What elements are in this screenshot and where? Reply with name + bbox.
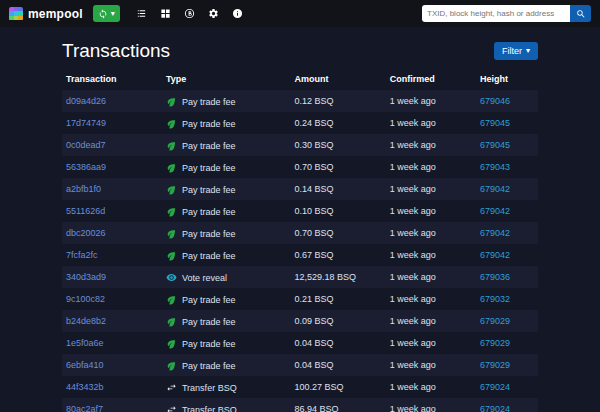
list-icon bbox=[136, 8, 147, 19]
txid-link[interactable]: 5511626d bbox=[66, 206, 105, 216]
type-cell: Pay trade fee bbox=[162, 112, 291, 134]
nav-gears-icon[interactable] bbox=[208, 8, 219, 19]
amount-cell: 12,529.18 BSQ bbox=[290, 266, 385, 288]
column-header-confirmed: Confirmed bbox=[386, 68, 476, 90]
amount-cell: 0.70 BSQ bbox=[290, 156, 385, 178]
chevron-down-icon: ▾ bbox=[111, 10, 115, 18]
column-header-type: Type bbox=[162, 68, 291, 90]
bisq-icon bbox=[184, 8, 195, 19]
type-cell: Pay trade fee bbox=[162, 222, 291, 244]
txid-link[interactable]: 56386aa9 bbox=[66, 162, 106, 172]
txid-link[interactable]: 44f3432b bbox=[66, 382, 104, 392]
brand-link[interactable]: mempool bbox=[9, 7, 83, 21]
type-label: Pay trade fee bbox=[182, 119, 236, 129]
nav-bisq-icon[interactable] bbox=[184, 8, 195, 19]
height-link[interactable]: 679042 bbox=[480, 228, 510, 238]
nav-info-icon[interactable] bbox=[232, 8, 243, 19]
confirmed-cell: 1 week ago bbox=[386, 288, 476, 310]
txid-link[interactable]: 17d74749 bbox=[66, 118, 106, 128]
height-link[interactable]: 679043 bbox=[480, 162, 510, 172]
leaf-icon bbox=[166, 184, 177, 195]
txid-link[interactable]: d09a4d26 bbox=[66, 96, 106, 106]
column-header-height: Height bbox=[476, 68, 538, 90]
amount-cell: 0.09 BSQ bbox=[290, 310, 385, 332]
txid-link[interactable]: 340d3ad9 bbox=[66, 272, 106, 282]
amount-cell: 0.30 BSQ bbox=[290, 134, 385, 156]
height-link[interactable]: 679024 bbox=[480, 404, 510, 412]
type-cell: Vote reveal bbox=[162, 266, 291, 288]
txid-link[interactable]: b24de8b2 bbox=[66, 316, 106, 326]
transaction-row: 5511626dPay trade fee0.10 BSQ1 week ago6… bbox=[62, 200, 538, 222]
height-link[interactable]: 679032 bbox=[480, 294, 510, 304]
type-label: Pay trade fee bbox=[182, 185, 236, 195]
height-link[interactable]: 679042 bbox=[480, 184, 510, 194]
gears-icon bbox=[208, 8, 219, 19]
amount-cell: 100.27 BSQ bbox=[290, 376, 385, 398]
height-link[interactable]: 679042 bbox=[480, 250, 510, 260]
leaf-icon bbox=[166, 250, 177, 261]
type-cell: Pay trade fee bbox=[162, 332, 291, 354]
brand-text: mempool bbox=[28, 7, 83, 21]
type-cell: Pay trade fee bbox=[162, 244, 291, 266]
height-link[interactable]: 679045 bbox=[480, 118, 510, 128]
txid-link[interactable]: a2bfb1f0 bbox=[66, 184, 101, 194]
txid-link[interactable]: 1e5f0a6e bbox=[66, 338, 104, 348]
transaction-row: 17d74749Pay trade fee0.24 BSQ1 week ago6… bbox=[62, 112, 538, 134]
column-header-transaction: Transaction bbox=[62, 68, 162, 90]
transaction-row: 56386aa9Pay trade fee0.70 BSQ1 week ago6… bbox=[62, 156, 538, 178]
amount-cell: 0.24 BSQ bbox=[290, 112, 385, 134]
amount-cell: 0.67 BSQ bbox=[290, 244, 385, 266]
height-link[interactable]: 679042 bbox=[480, 206, 510, 216]
type-label: Pay trade fee bbox=[182, 97, 236, 107]
txid-link[interactable]: 0c0dead7 bbox=[66, 140, 106, 150]
confirmed-cell: 1 week ago bbox=[386, 222, 476, 244]
leaf-icon bbox=[166, 316, 177, 327]
table-header-row: Transaction Type Amount Confirmed Height bbox=[62, 68, 538, 90]
height-link[interactable]: 679029 bbox=[480, 338, 510, 348]
amount-cell: 0.14 BSQ bbox=[290, 178, 385, 200]
txid-link[interactable]: dbc20026 bbox=[66, 228, 106, 238]
leaf-icon bbox=[166, 118, 177, 129]
confirmed-cell: 1 week ago bbox=[386, 156, 476, 178]
txid-link[interactable]: 80ac2af7 bbox=[66, 404, 103, 412]
search-button[interactable] bbox=[570, 5, 591, 22]
height-link[interactable]: 679029 bbox=[480, 360, 510, 370]
mempool-logo bbox=[9, 7, 23, 21]
type-label: Vote reveal bbox=[182, 273, 227, 283]
height-link[interactable]: 679046 bbox=[480, 96, 510, 106]
confirmed-cell: 1 week ago bbox=[386, 134, 476, 156]
transaction-row: dbc20026Pay trade fee0.70 BSQ1 week ago6… bbox=[62, 222, 538, 244]
refresh-dropdown-button[interactable]: ▾ bbox=[93, 5, 120, 22]
transaction-row: a2bfb1f0Pay trade fee0.14 BSQ1 week ago6… bbox=[62, 178, 538, 200]
type-label: Pay trade fee bbox=[182, 207, 236, 217]
transaction-row: 0c0dead7Pay trade fee0.30 BSQ1 week ago6… bbox=[62, 134, 538, 156]
confirmed-cell: 1 week ago bbox=[386, 178, 476, 200]
txid-link[interactable]: 6ebfa410 bbox=[66, 360, 104, 370]
height-link[interactable]: 679024 bbox=[480, 382, 510, 392]
page-title: Transactions bbox=[62, 40, 170, 62]
type-cell: Pay trade fee bbox=[162, 310, 291, 332]
filter-button[interactable]: Filter ▾ bbox=[494, 42, 538, 60]
nav-blocks-icon[interactable] bbox=[160, 8, 171, 19]
type-label: Pay trade fee bbox=[182, 163, 236, 173]
height-link[interactable]: 679045 bbox=[480, 140, 510, 150]
amount-cell: 0.04 BSQ bbox=[290, 354, 385, 376]
transfer-icon bbox=[166, 404, 177, 412]
height-link[interactable]: 679029 bbox=[480, 316, 510, 326]
column-header-amount: Amount bbox=[290, 68, 385, 90]
transaction-row: 1e5f0a6ePay trade fee0.04 BSQ1 week ago6… bbox=[62, 332, 538, 354]
txid-link[interactable]: 9c100c82 bbox=[66, 294, 105, 304]
amount-cell: 0.70 BSQ bbox=[290, 222, 385, 244]
amount-cell: 0.04 BSQ bbox=[290, 332, 385, 354]
transaction-row: 7fcfa2fcPay trade fee0.67 BSQ1 week ago6… bbox=[62, 244, 538, 266]
confirmed-cell: 1 week ago bbox=[386, 90, 476, 112]
type-label: Pay trade fee bbox=[182, 339, 236, 349]
type-cell: Transfer BSQ bbox=[162, 398, 291, 412]
txid-link[interactable]: 7fcfa2fc bbox=[66, 250, 98, 260]
type-cell: Pay trade fee bbox=[162, 200, 291, 222]
nav-list-icon[interactable] bbox=[136, 8, 147, 19]
search-input[interactable] bbox=[422, 5, 570, 22]
height-link[interactable]: 679036 bbox=[480, 272, 510, 282]
leaf-icon bbox=[166, 294, 177, 305]
search-form bbox=[422, 5, 591, 22]
